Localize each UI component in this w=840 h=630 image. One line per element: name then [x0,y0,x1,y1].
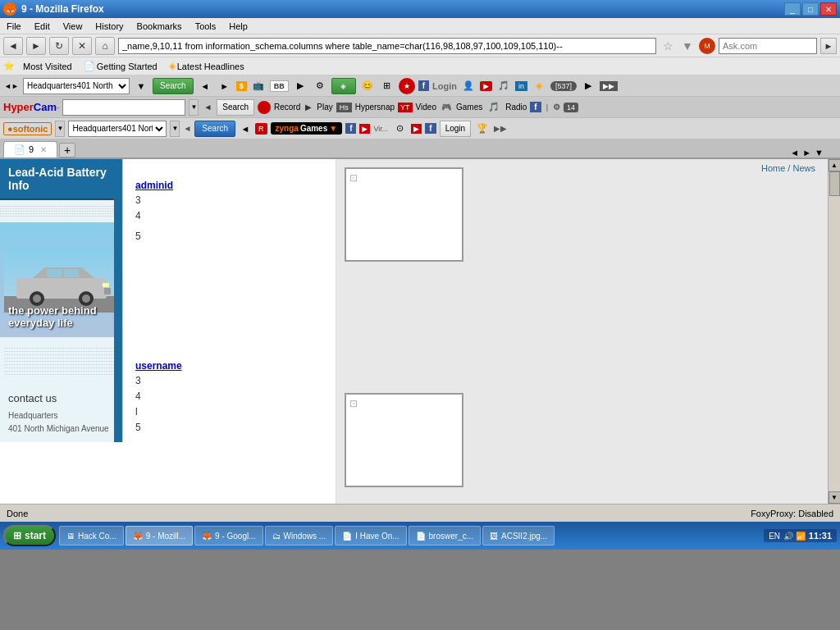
bb-icon[interactable]: BB [270,80,289,92]
menu-bookmarks[interactable]: Bookmarks [134,20,185,33]
taskbar-item-4[interactable]: 📄 I Have On... [335,526,406,546]
address-bar[interactable] [118,38,656,54]
start-button[interactable]: ⊞ start [3,525,56,546]
facebook-icon1[interactable]: f [418,80,429,91]
menu-history[interactable]: History [92,20,126,33]
adminid-label[interactable]: adminid [135,180,323,191]
tv-icon[interactable]: 📺 [250,78,267,94]
scroll-track[interactable] [829,171,840,491]
url-dropdown[interactable]: ▼ [189,99,199,116]
forward-button[interactable]: ► [26,37,46,55]
nav-options[interactable]: ▼ [679,38,696,54]
bookmark-star[interactable]: ☆ [660,38,676,54]
tab-scroll-left[interactable]: ◄ [790,148,799,158]
toolbar2-search-button[interactable]: Search [217,99,254,116]
hq-dropdown2[interactable]: ▼ [170,121,180,137]
tab-9[interactable]: 📄 9 ✕ [3,141,57,158]
menu-edit[interactable]: Edit [31,20,53,33]
reload-button[interactable]: ↻ [49,37,69,55]
coupon-icon[interactable]: $ [236,81,247,91]
arrow-btn[interactable]: ◄ [239,122,252,135]
toolbar3-login-button[interactable]: Login [440,121,471,137]
extend2[interactable]: ▶▶ [494,124,507,133]
radio-label[interactable]: Radio [505,103,527,112]
toolbar3-yt2[interactable]: ▶ [411,124,422,134]
menu-tools[interactable]: Tools [192,20,220,33]
login-text1[interactable]: Login [432,81,457,91]
rss-icon2[interactable]: ◈ [531,78,547,94]
taskbar-item-6[interactable]: 🖼 ACSII2.jpg... [482,526,555,546]
scroll-thumb[interactable] [829,171,840,196]
games-label[interactable]: Games [456,103,482,112]
youtube-icon3[interactable]: ▶ [359,124,370,134]
toolbar1-search-button[interactable]: Search [153,78,194,94]
taskbar-item-0[interactable]: 🖥 Hack Co... [59,526,124,546]
tab-scroll-right[interactable]: ► [802,148,811,158]
taskbar-item-2[interactable]: 🦊 9 - Googl... [194,526,262,546]
toolbar1-nav-right[interactable]: ► [217,78,233,94]
toolbar1-play[interactable]: ▶ [292,78,308,94]
facebook-icon4[interactable]: f [425,123,436,134]
record-dot[interactable] [258,101,271,114]
taskbar-item-3[interactable]: 🗂 Windows ... [265,526,334,546]
back-button[interactable]: ◄ [3,37,23,55]
taskbar-item-5[interactable]: 📄 broswer_c... [409,526,481,546]
nav-arrow[interactable]: ◄ [183,124,191,133]
toolbar3-search-button[interactable]: Search [194,121,235,137]
toolbar3-icon1[interactable]: R [255,123,267,135]
stop-button[interactable]: ✕ [72,37,92,55]
hypersnap-label[interactable]: Hypersnap [355,103,395,112]
tab-list[interactable]: ▼ [815,148,824,158]
maximize-button[interactable]: □ [802,2,819,16]
toolbar1-chevron[interactable]: ▼ [133,78,149,94]
bookmark-getting-started[interactable]: 📄 Getting Started [80,60,161,72]
softonic-dropdown[interactable]: ▼ [55,121,65,137]
smiley-icon[interactable]: 😊 [359,78,376,94]
bookmark-most-visited[interactable]: Most Visited [20,61,75,72]
arrow-right[interactable]: ▶ [580,78,596,94]
tab-close[interactable]: ✕ [40,145,47,154]
toolbar1-nav-left[interactable]: ◄ [197,78,213,94]
hypercam-logo[interactable]: HyperCam - [3,101,59,113]
video-label[interactable]: Video [416,103,436,112]
scroll-up-button[interactable]: ▲ [829,159,841,171]
user-icon[interactable]: 👤 [460,78,477,94]
games-icon[interactable]: 🎮 [440,103,453,112]
toolbar3-trophy[interactable]: 🏆 [474,121,491,137]
extra-icon[interactable]: ◈ [331,78,356,94]
new-tab-button[interactable]: + [59,143,75,158]
youtube-icon1[interactable]: ▶ [480,81,492,91]
page-scrollbar[interactable]: ▲ ▼ [828,159,840,504]
youtube-yt[interactable]: YT [398,103,413,112]
facebook-icon3[interactable]: f [345,123,356,134]
mcafee-icon[interactable]: M [699,38,715,54]
bookmark-latest-headlines[interactable]: ◈ Latest Headlines [166,60,248,72]
zynga-games-btn[interactable]: zynga Games ▼ [271,122,343,135]
facebook-icon2[interactable]: f [530,102,541,112]
home-button[interactable]: ⌂ [95,37,115,55]
toolbar2-icon[interactable]: 🎵 [486,99,502,116]
minimize-button[interactable]: _ [784,2,801,16]
taskbar-item-1[interactable]: 🦊 9 - Mozill... [126,526,193,546]
play-icon[interactable]: ▶ [304,103,313,112]
grid-icon[interactable]: ⊞ [379,78,395,94]
foxyproxy-status[interactable]: FoxyProxy: Disabled [751,509,833,518]
record-label[interactable]: Record [274,103,300,112]
hypersnap-icon[interactable]: Hs [336,103,352,112]
toolbar1-icon1[interactable]: ◄► [3,78,20,94]
hq-location-select2[interactable]: Headquarters401 North [68,121,167,137]
hypercam-url-input[interactable] [62,99,185,116]
toolbar3-icon2[interactable]: ⊙ [391,121,408,137]
softonic-logo[interactable]: ●softonic [3,122,52,135]
flag-icon[interactable]: ★ [399,78,415,94]
menu-view[interactable]: View [60,20,86,33]
search-askcom-input[interactable] [719,38,817,54]
toolbar2-settings[interactable]: ⚙ [553,103,560,112]
menu-file[interactable]: File [3,20,25,33]
search-askcom-button[interactable]: ► [820,38,837,54]
hq-location-select1[interactable]: Headquarters401 North [23,78,130,94]
social-icon1[interactable]: in [515,81,527,91]
nav-arrow-left[interactable]: ◄ [202,103,213,112]
play-label[interactable]: Play [317,103,332,112]
music-icon[interactable]: 🎵 [495,78,512,94]
